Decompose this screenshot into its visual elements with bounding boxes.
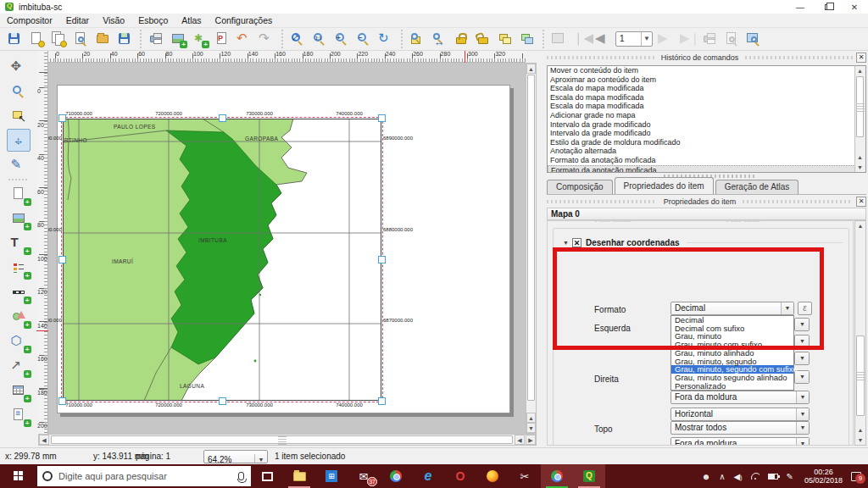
tool-add-attribute-table-button[interactable]: + bbox=[7, 379, 31, 402]
menu-configuracoes[interactable]: Configurações bbox=[209, 14, 280, 27]
pen-icon[interactable]: ✎ bbox=[787, 472, 793, 481]
history-item[interactable]: Estilo da grade de moldura modificado bbox=[548, 138, 865, 147]
taskbar-chrome-window[interactable] bbox=[541, 464, 573, 488]
tool-add-nodes-shape-button[interactable]: ⬡+ bbox=[7, 330, 31, 352]
history-item[interactable]: Escala do mapa modificada bbox=[548, 84, 865, 93]
taskbar-edge[interactable]: e bbox=[412, 464, 444, 488]
toolbar-export-atlas-button[interactable] bbox=[721, 29, 742, 49]
scroll-up-arrow[interactable]: ▲ bbox=[855, 221, 865, 230]
resize-handle[interactable] bbox=[58, 114, 66, 122]
toolbar-zoom-full-button[interactable]: ⤢ bbox=[287, 29, 308, 49]
taskbar-mail[interactable]: ✉37 bbox=[348, 464, 380, 488]
people-icon[interactable]: ☻ bbox=[702, 472, 711, 481]
tool-add-image-button[interactable]: + bbox=[7, 207, 31, 230]
toolbar-lock-items-button[interactable] bbox=[451, 29, 471, 49]
toolbar-print-button[interactable] bbox=[146, 29, 166, 49]
chevron-up-icon[interactable]: ∧ bbox=[719, 472, 725, 481]
scroll-left-arrow2[interactable]: ◀ bbox=[515, 435, 525, 445]
toolbar-save-as-button[interactable] bbox=[114, 29, 135, 49]
toolbar-atlas-settings-button[interactable] bbox=[743, 29, 764, 49]
properties-scrollbar[interactable]: ▲ ▲ ▼ bbox=[854, 220, 866, 446]
formato-dropdown-list[interactable]: DecimalDecimal com sufixoGrau, minutoGra… bbox=[670, 315, 794, 391]
menu-compositor[interactable]: Compositor bbox=[0, 14, 59, 27]
toolbar-save-button[interactable] bbox=[4, 29, 25, 49]
resize-handle[interactable] bbox=[58, 256, 66, 263]
resize-handle[interactable] bbox=[58, 397, 66, 405]
toolbar-atlas-preview-button[interactable] bbox=[548, 29, 569, 49]
close-icon[interactable]: ✕ bbox=[856, 197, 866, 207]
draw-coordinates-group[interactable]: ▼ ✕ Desenhar coordenadas bbox=[563, 236, 843, 248]
toolbar-export-pdf-button[interactable]: P bbox=[212, 29, 232, 49]
toolbar-duplicate-composition-button[interactable] bbox=[48, 29, 69, 49]
resize-handle[interactable] bbox=[378, 114, 386, 122]
tool-add-label-button[interactable]: T+ bbox=[7, 231, 31, 254]
direita-position-combobox[interactable]: Fora da moldura▼ bbox=[670, 391, 810, 404]
history-scrollbar[interactable]: ▲ ▲ ▼ bbox=[854, 66, 865, 172]
volume-icon[interactable]: ◀) bbox=[734, 472, 743, 481]
close-icon[interactable]: ✕ bbox=[856, 53, 866, 63]
data-defined-override-button[interactable]: ε bbox=[798, 302, 812, 315]
draw-coordinates-checkbox[interactable]: ✕ bbox=[572, 238, 581, 247]
tab-composicao[interactable]: Composição bbox=[547, 180, 613, 194]
battery-icon[interactable] bbox=[768, 474, 778, 480]
minimize-button[interactable]: — bbox=[787, 0, 814, 14]
tool-zoom-button[interactable] bbox=[7, 80, 31, 103]
topo-show-combobox[interactable]: Mostrar todos▼ bbox=[670, 421, 810, 435]
tool-pan-button[interactable]: ✥ bbox=[7, 55, 31, 78]
toolbar-undo-button[interactable]: ↶ bbox=[234, 29, 254, 49]
history-item[interactable]: Escala do mapa modificada bbox=[548, 93, 865, 103]
scroll-down-arrow[interactable]: ▼ bbox=[855, 435, 865, 445]
toolbar-export-image-button[interactable]: + bbox=[168, 29, 188, 49]
close-button[interactable]: ✕ bbox=[841, 0, 868, 14]
wifi-icon[interactable] bbox=[751, 473, 760, 480]
menu-esboco[interactable]: Esboço bbox=[131, 14, 175, 27]
map-item[interactable]: PAULO LOPES GAROPABA SÃO MARTINHO IMBITU… bbox=[63, 119, 381, 401]
tool-add-html-frame-button[interactable]: ≡+ bbox=[7, 403, 31, 426]
tool-add-arrow-button[interactable]: ↗+ bbox=[7, 354, 31, 377]
scroll-up-arrow[interactable]: ▲ bbox=[855, 66, 865, 75]
history-item[interactable]: Aproximar ao conteúdo do item bbox=[548, 75, 865, 85]
menu-atlas[interactable]: Atlas bbox=[175, 14, 208, 27]
history-item[interactable]: Escala do mapa modificada bbox=[548, 102, 865, 111]
scroll-up-arrow2[interactable]: ▲ bbox=[526, 413, 536, 423]
toolbar-print-atlas-button[interactable] bbox=[699, 29, 720, 49]
history-item[interactable]: Adicionar grade no mapa bbox=[548, 111, 865, 120]
tool-add-scalebar-button[interactable]: + bbox=[7, 280, 31, 303]
esquerda-combo-stub[interactable]: ▼ bbox=[794, 318, 810, 331]
composition-canvas[interactable]: 710000.000 720000.000 730000.000 740000.… bbox=[48, 63, 526, 434]
history-item[interactable]: Intervalo da grade modificado bbox=[548, 129, 865, 138]
history-item[interactable]: Intervalo da grade modificado bbox=[548, 120, 865, 130]
horizontal-scrollbar[interactable]: ◀ ◀ ▶ bbox=[38, 434, 537, 446]
taskbar-file-explorer[interactable] bbox=[283, 464, 315, 488]
toolbar-export-svg-button[interactable]: ✱+ bbox=[190, 29, 210, 49]
zoom-level-combobox[interactable]: 64.2%▼ bbox=[203, 450, 268, 463]
toolbar-group-items-button[interactable] bbox=[495, 29, 515, 49]
atlas-page-spinbox[interactable]: 1▼ bbox=[615, 31, 653, 47]
action-center-icon[interactable]: 9 bbox=[851, 472, 861, 481]
toolbar-next-feature-button[interactable]: ▶ bbox=[655, 29, 676, 49]
toolbar-select-move-item-button[interactable] bbox=[407, 29, 427, 49]
taskbar-clock[interactable]: 00:26 05/02/2018 bbox=[804, 468, 843, 485]
tool-move-item-content-button[interactable]: ↔↕ bbox=[7, 129, 31, 152]
history-item[interactable]: Formato da anotação moficada bbox=[548, 165, 865, 173]
taskbar-firefox[interactable] bbox=[476, 464, 509, 488]
toolbar-zoom-actual-button[interactable]: 1:1 bbox=[309, 29, 330, 49]
resize-handle[interactable] bbox=[219, 397, 226, 405]
vertical-scrollbar[interactable]: ▲ ▲ ▼ bbox=[526, 63, 537, 434]
microphone-icon[interactable] bbox=[238, 472, 244, 480]
taskbar-chrome[interactable] bbox=[380, 464, 412, 488]
tool-add-new-map-button[interactable]: + bbox=[7, 182, 31, 205]
scroll-down-arrow[interactable]: ▼ bbox=[855, 163, 865, 172]
toolbar-new-composition-button[interactable] bbox=[26, 29, 47, 49]
scroll-down-arrow[interactable]: ▼ bbox=[526, 423, 536, 433]
resize-handle[interactable] bbox=[378, 397, 386, 405]
tool-add-legend-button[interactable]: + bbox=[7, 256, 31, 279]
toolbar-zoom-in-button[interactable]: + bbox=[331, 29, 352, 49]
scroll-left-arrow[interactable]: ◀ bbox=[39, 435, 49, 445]
formato-combobox[interactable]: Decimal▼ bbox=[670, 302, 794, 315]
menu-visao[interactable]: Visão bbox=[96, 14, 131, 27]
taskbar-task-view[interactable] bbox=[251, 464, 283, 488]
toolbar-raise-items-button[interactable] bbox=[517, 29, 537, 49]
history-item[interactable]: Mover o conteúdo do item bbox=[548, 66, 865, 75]
history-item[interactable]: Formato da anotação moficada bbox=[548, 156, 865, 165]
